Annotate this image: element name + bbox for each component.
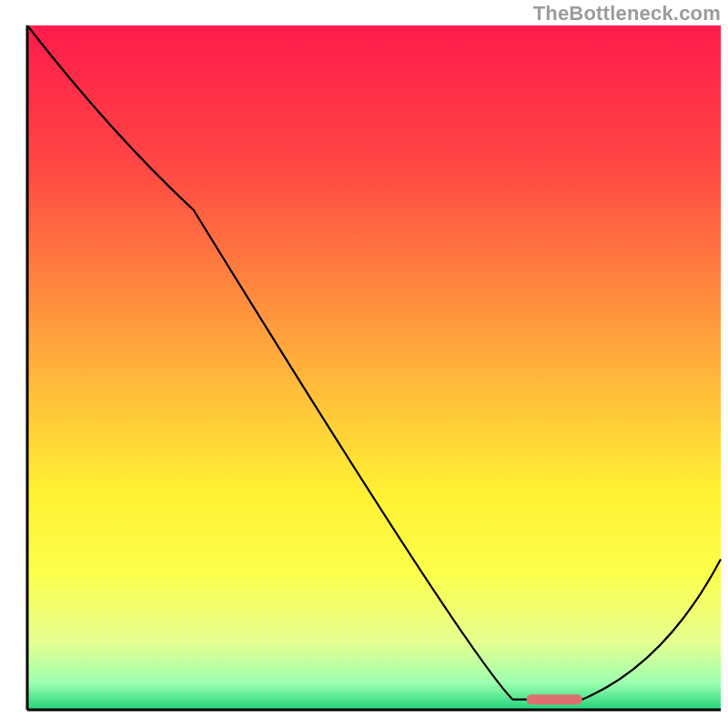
chart-svg — [0, 0, 728, 728]
plot-background — [27, 25, 721, 710]
bottleneck-chart: TheBottleneck.com — [0, 0, 728, 728]
optimal-marker — [527, 694, 582, 704]
